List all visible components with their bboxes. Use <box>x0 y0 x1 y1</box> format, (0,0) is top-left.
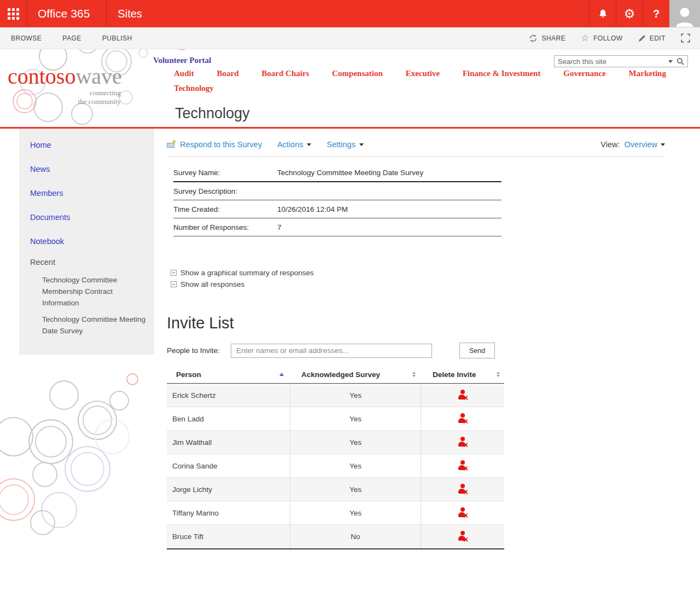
table-row: Jim Walthall Yes <box>167 431 504 454</box>
person-name: Corina Sande <box>167 454 290 477</box>
portal-home-link[interactable]: Volunteer Portal <box>153 56 211 65</box>
nav-executive[interactable]: Executive <box>406 69 440 78</box>
nav-audit[interactable]: Audit <box>174 69 194 78</box>
people-to-invite-label: People to Invite: <box>167 346 231 355</box>
share-icon <box>529 34 538 43</box>
column-header-acknowledged[interactable]: Acknowledged Survey <box>290 371 421 379</box>
delete-invite-button[interactable] <box>457 437 469 448</box>
sidebar-item-members[interactable]: Members <box>30 186 149 201</box>
tab-publish[interactable]: PUBLISH <box>102 34 132 42</box>
person-name: Bruce Tift <box>167 525 290 548</box>
delete-invite-button[interactable] <box>457 390 469 401</box>
star-icon: ☆ <box>581 33 590 43</box>
site-header: contosowave connecting the community Vol… <box>0 49 700 127</box>
sidebar-item-documents[interactable]: Documents <box>30 210 149 225</box>
sidebar-item-notebook[interactable]: Notebook <box>30 234 149 249</box>
nav-marketing[interactable]: Marketing <box>629 69 666 78</box>
delete-invite-button[interactable] <box>457 460 469 472</box>
recent-item-meeting-date-survey[interactable]: Technology Committee Meeting Date Survey <box>42 314 149 337</box>
show-all-responses-link[interactable]: Show all responses <box>171 279 665 290</box>
table-row: Jorge Lichty Yes <box>167 478 504 501</box>
person-name: Erick Schertz <box>167 384 290 407</box>
settings-button[interactable]: ⚙ <box>616 0 643 27</box>
sidebar-item-home[interactable]: Home <box>30 137 149 153</box>
recent-item-membership-contract[interactable]: Technology Committee Membership Contract… <box>42 274 149 309</box>
nav-board[interactable]: Board <box>217 69 239 78</box>
nav-governance[interactable]: Governance <box>563 69 605 78</box>
search-scope-caret-icon[interactable] <box>668 60 673 63</box>
view-label: View: <box>600 140 620 149</box>
table-row: Corina Sande Yes <box>167 454 504 478</box>
column-header-person[interactable]: Person <box>167 371 290 379</box>
notifications-button[interactable] <box>589 0 616 27</box>
acknowledged-value: No <box>290 525 421 548</box>
table-row: Erick Schertz Yes <box>167 384 504 407</box>
help-button[interactable]: ? <box>643 0 669 27</box>
view-selector[interactable]: Overview <box>625 140 665 149</box>
survey-overview: Survey Name: Technology Committee Meetin… <box>173 164 501 236</box>
person-name: Tiffany Marino <box>167 501 290 524</box>
column-header-delete[interactable]: Delete Invite <box>421 371 504 379</box>
pencil-icon <box>638 34 646 42</box>
sidebar: Home News Members Documents Notebook Rec… <box>19 129 154 355</box>
survey-toolbar: ★ Respond to this Survey Actions Setting… <box>167 129 665 157</box>
delete-invite-button[interactable] <box>457 531 469 542</box>
actions-menu[interactable]: Actions <box>277 140 312 149</box>
recent-label: Recent <box>30 258 149 267</box>
nav-finance-investment[interactable]: Finance & Investment <box>463 69 541 78</box>
site-logo[interactable]: contosowave connecting the community <box>8 66 122 106</box>
person-name: Jim Walthall <box>167 431 290 454</box>
share-button[interactable]: SHARE <box>529 34 565 43</box>
tab-browse[interactable]: BROWSE <box>11 34 42 42</box>
table-row: Tiffany Marino Yes <box>167 501 504 525</box>
invite-table: Person Acknowledged Survey Delete Invite… <box>167 366 504 549</box>
search-box <box>554 55 688 67</box>
sort-icon <box>497 372 500 377</box>
send-button[interactable]: Send <box>459 343 495 358</box>
brand-title: Office 365 <box>27 0 107 27</box>
user-avatar[interactable] <box>669 0 700 27</box>
search-input[interactable] <box>558 57 666 66</box>
waffle-icon <box>8 8 19 20</box>
survey-description-row: Survey Description: <box>173 182 501 200</box>
expand-icon <box>171 281 177 287</box>
gear-icon: ⚙ <box>624 7 635 21</box>
chevron-down-icon <box>359 143 364 146</box>
chevron-down-icon <box>307 143 311 146</box>
sites-link[interactable]: Sites <box>107 0 153 27</box>
acknowledged-value: Yes <box>290 478 421 501</box>
settings-menu[interactable]: Settings <box>326 140 363 149</box>
person-name: Jorge Lichty <box>167 478 290 501</box>
invite-input[interactable] <box>231 344 432 358</box>
chevron-down-icon <box>661 143 665 146</box>
acknowledged-value: Yes <box>290 384 421 407</box>
respond-to-survey-link[interactable]: ★ Respond to this Survey <box>167 140 262 149</box>
show-graphical-summary-link[interactable]: Show a graphical summary of responses <box>171 267 665 279</box>
delete-invite-button[interactable] <box>457 413 469 425</box>
acknowledged-value: Yes <box>290 431 421 454</box>
focus-mode-button[interactable] <box>681 33 690 43</box>
delete-invite-button[interactable] <box>457 507 469 519</box>
nav-technology[interactable]: Technology <box>174 84 666 93</box>
nav-compensation[interactable]: Compensation <box>332 69 383 78</box>
time-created-row: Time Created: 10/26/2016 12:04 PM <box>173 200 501 218</box>
expand-icon <box>171 270 177 276</box>
acknowledged-value: Yes <box>290 454 421 477</box>
sort-ascending-icon <box>279 373 284 376</box>
follow-button[interactable]: ☆ FOLLOW <box>581 33 622 43</box>
search-icon[interactable] <box>676 57 684 65</box>
sort-icon <box>412 372 416 377</box>
acknowledged-value: Yes <box>290 501 421 524</box>
page-title: Technology <box>175 105 250 122</box>
suite-bar: Office 365 Sites ⚙ ? <box>0 0 700 27</box>
person-name: Ben Ladd <box>167 407 290 430</box>
delete-invite-button[interactable] <box>457 484 469 495</box>
app-launcher-button[interactable] <box>0 0 27 27</box>
nav-board-chairs[interactable]: Board Chairs <box>261 69 309 78</box>
sidebar-item-news[interactable]: News <box>30 161 149 177</box>
bell-icon <box>597 8 609 20</box>
tab-page[interactable]: PAGE <box>62 34 81 42</box>
table-row: Ben Ladd Yes <box>167 407 504 431</box>
edit-button[interactable]: EDIT <box>638 34 666 42</box>
focus-icon <box>681 33 690 43</box>
